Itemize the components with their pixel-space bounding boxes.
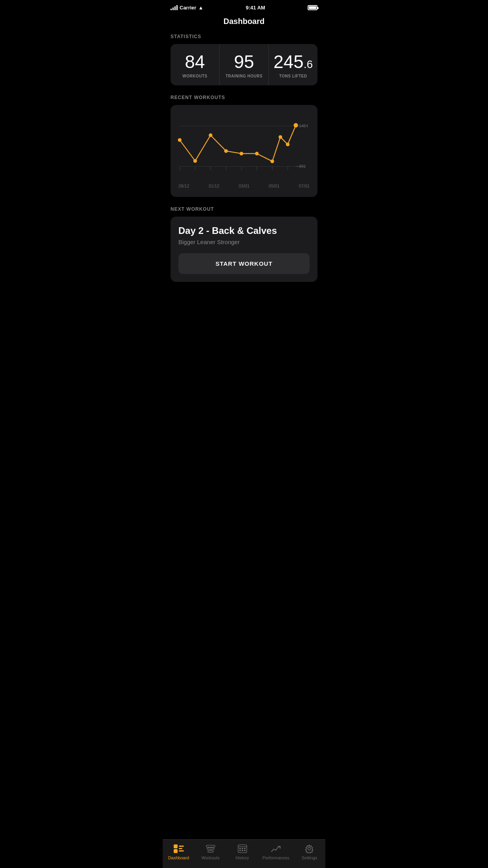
page-title: Dashboard [163,13,325,34]
svg-point-19 [255,152,259,155]
workouts-label: WORKOUTS [174,74,215,78]
svg-point-17 [224,149,228,153]
tons-lifted-stat: 245.6 TONS LIFTED [269,44,317,85]
next-workout-label: NEXT WORKOUT [171,206,317,212]
svg-point-20 [270,160,274,163]
svg-point-14 [178,138,182,142]
svg-point-16 [209,133,212,137]
svg-point-22 [286,143,290,146]
wifi-icon: ▲ [198,5,204,11]
svg-point-18 [240,152,243,155]
workout-title: Day 2 - Back & Calves [178,225,310,236]
x-label-4: 05/01 [269,184,280,188]
training-hours-stat: 95 TRAINING HOURS [220,44,269,85]
start-workout-button[interactable]: START WORKOUT [178,253,310,274]
workout-subtitle: Bigger Leaner Stronger [178,239,310,245]
tons-lifted-label: TONS LIFTED [273,74,314,78]
statistics-section: STATISTICS 84 WORKOUTS 95 TRAINING HOURS… [163,34,325,95]
signal-icon [171,5,178,10]
carrier-label: Carrier [180,5,196,11]
stats-card: 84 WORKOUTS 95 TRAINING HOURS 245.6 TONS… [171,44,317,85]
workouts-stat: 84 WORKOUTS [171,44,220,85]
training-hours-value: 95 [224,53,264,71]
next-workout-card: Day 2 - Back & Calves Bigger Leaner Stro… [171,217,317,282]
battery-icon [308,5,317,10]
x-label-5: 07/01 [299,184,310,188]
x-label-2: 31/12 [209,184,220,188]
workouts-value: 84 [174,53,215,71]
x-label-3: 03/01 [238,184,250,188]
statistics-label: STATISTICS [171,34,317,39]
x-label-1: 28/12 [178,184,189,188]
chart-card: 1454 891 28/12 [171,105,317,197]
recent-workouts-section: RECENT WORKOUTS 1454 891 [163,95,325,206]
svg-point-15 [193,159,197,163]
next-workout-section: NEXT WORKOUT Day 2 - Back & Calves Bigge… [163,206,325,291]
recent-workouts-label: RECENT WORKOUTS [171,95,317,100]
chart-container: 1454 891 28/12 [176,113,312,191]
svg-point-21 [279,135,282,139]
status-bar: Carrier ▲ 9:41 AM [163,0,325,13]
tons-lifted-value: 245.6 [273,53,314,71]
training-hours-label: TRAINING HOURS [224,74,264,78]
time-label: 9:41 AM [246,5,265,11]
line-chart: 1454 891 [176,113,312,180]
chart-x-labels: 28/12 31/12 03/01 05/01 07/01 [176,184,312,188]
svg-point-23 [294,123,298,127]
